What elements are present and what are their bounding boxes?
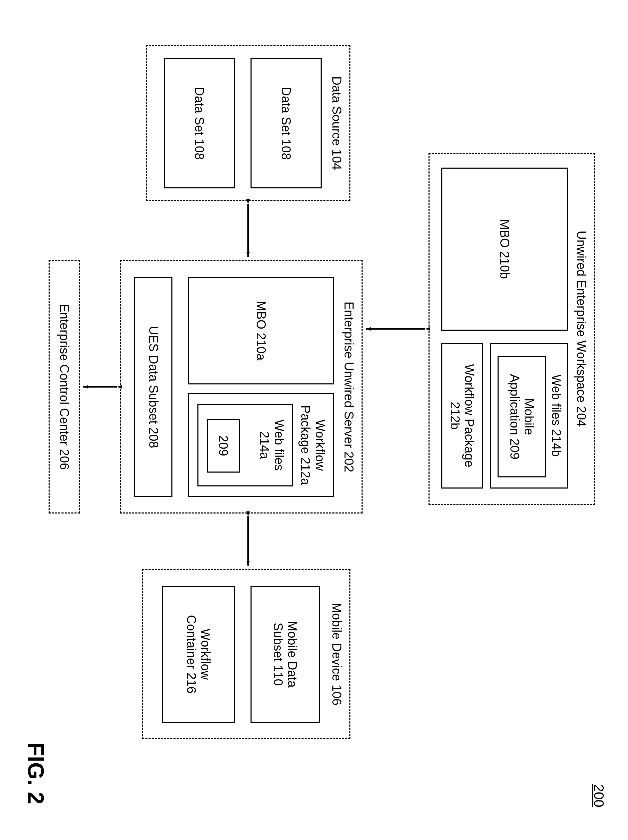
mobile-device: Mobile Device 106 Mobile Data Subset 110…: [142, 569, 350, 739]
data-source-title: Data Source 104: [329, 46, 344, 200]
enterprise-unwired-server: Enterprise Unwired Server 202 MBO 210a W…: [120, 260, 363, 513]
uew-web-files: Web files 214b Mobile Application 209: [490, 343, 568, 488]
eus-inner-209-label: 209: [208, 420, 239, 472]
ues-data-subset: UES Data Subset 208: [134, 277, 172, 497]
ecc-title: Enterprise Control Center 206: [50, 261, 79, 512]
figure-number: 200: [591, 784, 606, 807]
uew-mbo-label: MBO 210b: [442, 169, 567, 330]
eus-workflow-package: Workflow Package 212a Web files 214a 209: [188, 393, 334, 497]
eus-web-files-label: Web files 214a: [256, 405, 288, 485]
uew-title: Unwired Enterprise Workspace 204: [574, 154, 589, 504]
data-source: Data Source 104 Data Set 108 Data Set 10…: [146, 45, 350, 201]
workflow-container-label: Workflow Container 216: [163, 587, 234, 722]
uew-workflow-pkg-label: Workflow Package 212b: [442, 344, 482, 488]
arrow-eus-ecc: [80, 383, 120, 391]
mobile-device-title: Mobile Device 106: [329, 570, 344, 738]
workflow-container: Workflow Container 216: [162, 586, 235, 723]
data-set-1-label: Data Set 108: [252, 59, 320, 187]
eus-mbo: MBO 210a: [188, 277, 334, 384]
uew-workflow-package: Workflow Package 212b: [441, 343, 483, 488]
enterprise-control-center: Enterprise Control Center 206: [49, 260, 80, 513]
mobile-data-subset: Mobile Data Subset 110: [251, 586, 320, 723]
eus-inner-209: 209: [207, 419, 240, 472]
eus-mbo-label: MBO 210a: [189, 278, 333, 384]
uew-web-files-label: Web files 214b: [549, 344, 563, 488]
eus-title: Enterprise Unwired Server 202: [341, 261, 356, 512]
unwired-enterprise-workspace: Unwired Enterprise Workspace 204 MBO 210…: [429, 153, 595, 505]
uew-mobile-app-label: Mobile Application 209: [499, 357, 545, 476]
eus-workflow-pkg-label: Workflow Package 212a: [296, 394, 329, 496]
data-set-2-label: Data Set 108: [165, 59, 234, 187]
uew-mobile-application: Mobile Application 209: [497, 356, 546, 477]
figure-caption: FIG. 2: [23, 742, 49, 804]
data-set-2: Data Set 108: [164, 58, 235, 188]
mobile-data-subset-label: Mobile Data Subset 110: [252, 587, 319, 722]
data-set-1: Data Set 108: [251, 58, 322, 188]
uew-mbo: MBO 210b: [441, 167, 568, 331]
arrow-datasource-eus: [244, 201, 252, 260]
arrow-uew-eus: [363, 325, 429, 333]
ues-data-subset-label: UES Data Subset 208: [135, 278, 171, 496]
arrow-eus-mobiledevice: [244, 513, 252, 569]
eus-web-files: Web files 214a 209: [197, 404, 293, 486]
